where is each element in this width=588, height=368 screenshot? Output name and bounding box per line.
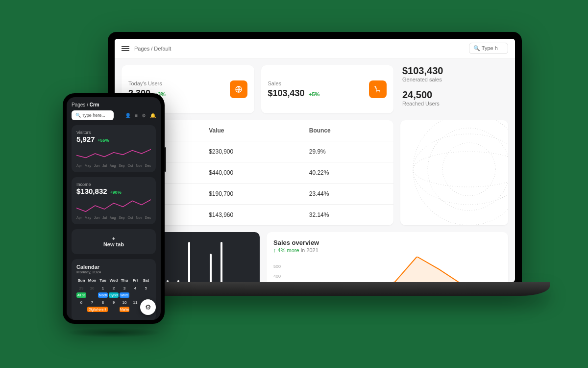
calendar-weekday: Mon: [87, 277, 97, 284]
svg-point-2: [379, 91, 380, 92]
calendar-event[interactable]: Marke: [120, 307, 129, 312]
calendar-event[interactable]: Cyber: [109, 292, 119, 298]
calendar-day[interactable]: 8: [98, 299, 108, 306]
calendar-weekday: Sun: [76, 277, 86, 284]
calendar-weekday: Fri: [130, 277, 140, 284]
table-header: Value: [200, 120, 300, 141]
bar: [220, 242, 222, 282]
cart-icon[interactable]: [369, 80, 387, 98]
sparkline: [76, 145, 151, 162]
summary-sales-value: $103,430: [402, 65, 508, 77]
new-tab-button[interactable]: + New tab: [72, 229, 156, 254]
calendar-weekday: Thu: [120, 277, 129, 284]
calendar-day[interactable]: 9: [109, 299, 119, 306]
phone-mockup: Pages / Crm 🔍 Type here... 👤 ≡ ⚙ 🔔 Visit…: [63, 93, 165, 324]
visitors-card: Visitors 5,927 +55% AprMayJunJulAugSepOc…: [72, 125, 156, 172]
gear-icon[interactable]: ⚙: [142, 113, 146, 118]
calendar-day[interactable]: 3: [120, 285, 129, 292]
calendar-event[interactable]: Meeti: [98, 292, 108, 298]
calendar-day[interactable]: 1: [98, 285, 108, 292]
calendar-day[interactable]: 2: [109, 285, 119, 292]
breadcrumb: Pages / Crm: [72, 102, 156, 107]
calendar-title: Calendar: [76, 264, 151, 270]
calendar-day[interactable]: 11: [130, 299, 140, 306]
search-input[interactable]: 🔍 Type h: [469, 43, 508, 54]
svg-point-6: [413, 152, 508, 187]
card-value: 5,927: [76, 135, 95, 143]
svg-point-7: [413, 134, 508, 205]
bar: [167, 280, 169, 282]
stat-sales: Sales $103,430 +5%: [261, 65, 394, 113]
sales-overview-subtitle: ↑ 4% more in 2021: [273, 247, 501, 253]
calendar-day[interactable]: 7: [87, 299, 97, 306]
stat-value: $103,430: [268, 88, 305, 98]
side-summary: $103,430 Generated sales 24,500 Reached …: [400, 65, 508, 113]
mobile-dashboard: Pages / Crm 🔍 Type here... 👤 ≡ ⚙ 🔔 Visit…: [67, 97, 161, 320]
globe-card: [400, 120, 508, 225]
globe-icon[interactable]: [230, 80, 247, 98]
card-label: Visitors: [76, 130, 151, 135]
stat-label: Sales: [268, 80, 320, 86]
card-delta: +55%: [98, 138, 109, 143]
summary-users-value: 24,500: [402, 89, 508, 101]
bar: [188, 242, 190, 282]
bar: [210, 254, 212, 282]
sales-overview-card: Sales overview ↑ 4% more in 2021 5004003…: [267, 232, 508, 282]
calendar-day[interactable]: 30: [87, 285, 97, 292]
calendar-day[interactable]: 5: [141, 285, 151, 292]
calendar-event[interactable]: Winte: [120, 292, 129, 298]
calendar-event[interactable]: All da: [76, 292, 86, 298]
calendar-weekday: Sat: [141, 277, 151, 284]
card-label: Income: [76, 182, 151, 187]
calendar-weekday: Wed: [109, 277, 119, 284]
stat-delta: +5%: [309, 91, 319, 97]
sparkline: [76, 197, 151, 214]
calendar-day[interactable]: 4: [130, 285, 140, 292]
svg-point-1: [376, 91, 377, 92]
topbar: Pages / Default 🔍 Type h: [115, 39, 515, 58]
calendar-subtitle: Monday, 2024: [76, 270, 151, 274]
table-header: Bounce: [300, 120, 393, 141]
calendar-weekday: Tue: [98, 277, 108, 284]
summary-users-label: Reached Users: [402, 101, 508, 106]
calendar-day[interactable]: 6: [76, 299, 86, 306]
plus-icon: +: [72, 236, 156, 241]
calendar-day[interactable]: 29: [76, 285, 86, 292]
bar: [177, 280, 179, 282]
desktop-dashboard: Pages / Default 🔍 Type h Today's Users 2…: [115, 39, 515, 282]
income-card: Income $130,832 +90% AprMayJunJulAugSepO…: [72, 177, 156, 224]
card-value: $130,832: [76, 187, 107, 195]
calendar-day[interactable]: 10: [120, 299, 129, 306]
svg-point-5: [442, 143, 495, 196]
laptop-mockup: Pages / Default 🔍 Type h Today's Users 2…: [108, 32, 522, 309]
settings-fab[interactable]: ⚙: [140, 299, 156, 315]
menu-icon[interactable]: [122, 46, 129, 51]
search-input[interactable]: 🔍 Type here...: [72, 110, 114, 120]
svg-point-4: [428, 128, 508, 210]
stat-label: Today's Users: [128, 80, 166, 86]
bell-icon[interactable]: 🔔: [150, 113, 156, 118]
sales-overview-title: Sales overview: [273, 239, 501, 246]
breadcrumb: Pages / Default: [134, 46, 469, 52]
summary-sales-label: Generated sales: [402, 77, 508, 82]
user-icon[interactable]: 👤: [125, 113, 131, 118]
calendar-event[interactable]: Digital event: [87, 307, 108, 312]
menu-icon[interactable]: ≡: [135, 113, 138, 118]
card-delta: +90%: [110, 190, 121, 195]
